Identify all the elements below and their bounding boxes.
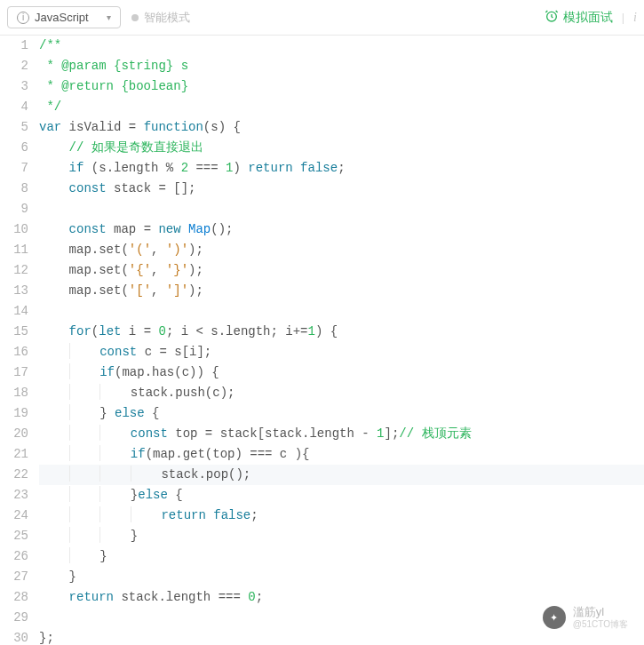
mode-label: 智能模式 [144, 10, 190, 26]
line-number: 20 [0, 424, 28, 444]
line-number: 5 [0, 117, 28, 138]
line-number: 18 [0, 383, 28, 403]
smart-mode-toggle[interactable]: 智能模式 [131, 10, 190, 26]
code-line[interactable]: const stack = []; [39, 179, 644, 199]
info-icon[interactable]: i [633, 11, 637, 25]
code-line[interactable]: map.set('{', '}'); [39, 260, 644, 281]
code-line[interactable]: }; [39, 628, 644, 645]
line-number: 22 [0, 465, 28, 485]
line-number: 10 [0, 219, 28, 240]
code-line[interactable]: stack.pop(); [39, 465, 644, 485]
line-number: 27 [0, 567, 28, 587]
code-line[interactable]: // 如果是奇数直接退出 [39, 138, 644, 158]
mock-interview-label: 模拟面试 [563, 10, 613, 26]
code-line[interactable]: */ [39, 97, 644, 117]
line-number: 21 [0, 444, 28, 465]
watermark: ✦ 滥筋yl @51CTO博客 [543, 606, 628, 629]
code-line[interactable]: stack.push(c); [39, 383, 644, 403]
code-line[interactable] [39, 199, 644, 219]
code-line[interactable]: return stack.length === 0; [39, 587, 644, 608]
code-line[interactable] [39, 301, 644, 322]
code-line[interactable]: const top = stack[stack.length - 1];// 栈… [39, 424, 644, 444]
line-number: 8 [0, 179, 28, 199]
code-editor[interactable]: 1234567891011121314151617181920212223242… [0, 36, 644, 645]
line-number: 29 [0, 608, 28, 628]
code-line[interactable]: const map = new Map(); [39, 219, 644, 240]
line-number: 24 [0, 506, 28, 526]
code-line[interactable]: /** [39, 36, 644, 56]
divider: | [622, 11, 624, 24]
line-number: 13 [0, 281, 28, 301]
code-line[interactable]: * @return {boolean} [39, 76, 644, 97]
watermark-main: 滥筋yl [573, 606, 628, 618]
toolbar-right: 模拟面试 | i [545, 9, 637, 26]
language-select[interactable]: i JavaScript ▾ [7, 6, 121, 28]
status-dot-icon [131, 14, 139, 21]
code-line[interactable]: for(let i = 0; i < s.length; i+=1) { [39, 322, 644, 342]
line-number: 23 [0, 485, 28, 506]
code-line[interactable]: map.set('(', ')'); [39, 240, 644, 260]
chevron-down-icon: ▾ [107, 12, 111, 22]
code-body[interactable]: /** * @param {string} s * @return {boole… [37, 36, 644, 645]
code-line[interactable]: return false; [39, 506, 644, 526]
line-number: 11 [0, 240, 28, 260]
code-line[interactable]: var isValid = function(s) { [39, 117, 644, 138]
language-label: JavaScript [35, 11, 89, 24]
line-number: 19 [0, 403, 28, 424]
line-number: 16 [0, 342, 28, 362]
line-gutter: 1234567891011121314151617181920212223242… [0, 36, 37, 645]
watermark-logo-icon: ✦ [543, 606, 566, 629]
line-number: 15 [0, 322, 28, 342]
line-number: 17 [0, 362, 28, 383]
code-line[interactable]: } else { [39, 403, 644, 424]
line-number: 28 [0, 587, 28, 608]
line-number: 9 [0, 199, 28, 219]
code-line[interactable]: * @param {string} s [39, 56, 644, 76]
line-number: 14 [0, 301, 28, 322]
line-number: 12 [0, 260, 28, 281]
line-number: 1 [0, 36, 28, 56]
watermark-sub: @51CTO博客 [573, 619, 628, 629]
alarm-clock-icon [545, 9, 559, 26]
toolbar: i JavaScript ▾ 智能模式 模拟面试 | i [0, 0, 644, 36]
line-number: 30 [0, 628, 28, 645]
line-number: 26 [0, 546, 28, 567]
code-line[interactable]: const c = s[i]; [39, 342, 644, 362]
line-number: 2 [0, 56, 28, 76]
code-line[interactable]: if(map.has(c)) { [39, 362, 644, 383]
code-line[interactable]: if (s.length % 2 === 1) return false; [39, 158, 644, 179]
code-line[interactable]: }else { [39, 485, 644, 506]
line-number: 25 [0, 526, 28, 546]
code-line[interactable]: } [39, 546, 644, 567]
line-number: 6 [0, 138, 28, 158]
line-number: 4 [0, 97, 28, 117]
mock-interview-button[interactable]: 模拟面试 [545, 9, 613, 26]
code-line[interactable]: map.set('[', ']'); [39, 281, 644, 301]
line-number: 7 [0, 158, 28, 179]
line-number: 3 [0, 76, 28, 97]
code-line[interactable]: } [39, 567, 644, 587]
code-line[interactable]: } [39, 526, 644, 546]
code-line[interactable]: if(map.get(top) === c ){ [39, 444, 644, 465]
info-icon: i [17, 12, 29, 24]
